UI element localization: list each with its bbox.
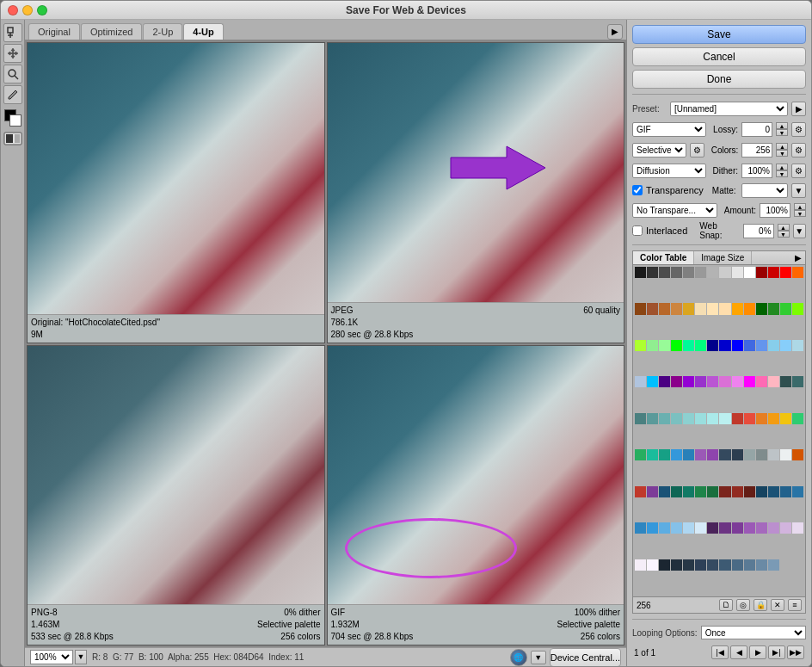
color-cell[interactable] xyxy=(635,449,646,460)
color-cell[interactable] xyxy=(683,267,694,278)
web-snap-input[interactable] xyxy=(743,224,774,238)
web-snap-up[interactable]: ▲ xyxy=(778,224,790,231)
ct-new-btn[interactable]: 🗋 xyxy=(719,599,733,611)
color-cell[interactable] xyxy=(732,340,743,351)
lossy-options-btn[interactable]: ⚙ xyxy=(791,122,806,137)
dither-input[interactable] xyxy=(741,164,772,178)
colors-options-btn[interactable]: ⚙ xyxy=(791,143,806,157)
color-cell[interactable] xyxy=(719,486,730,497)
maximize-button[interactable] xyxy=(37,5,47,15)
color-cell[interactable] xyxy=(707,413,718,424)
tab-color-table[interactable]: Color Table xyxy=(633,251,694,264)
color-cell[interactable] xyxy=(695,413,706,424)
color-cell[interactable] xyxy=(671,449,682,460)
color-cell[interactable] xyxy=(647,340,658,351)
palette-select[interactable]: Selective xyxy=(632,143,686,157)
color-cell[interactable] xyxy=(756,267,767,278)
color-cell[interactable] xyxy=(780,522,791,534)
ct-menu-btn[interactable]: ≡ xyxy=(788,599,802,611)
color-cell[interactable] xyxy=(671,486,682,497)
color-cell[interactable] xyxy=(671,559,682,571)
save-button[interactable]: Save xyxy=(632,25,806,44)
color-cell[interactable] xyxy=(707,376,718,387)
preset-menu-btn[interactable]: ▶ xyxy=(791,102,806,116)
globe-icon[interactable]: 🌐 xyxy=(510,649,527,666)
color-cell[interactable] xyxy=(780,413,791,424)
color-cell[interactable] xyxy=(768,522,779,534)
preview-toggle[interactable] xyxy=(3,132,22,147)
color-cell[interactable] xyxy=(683,559,694,571)
color-cell[interactable] xyxy=(659,340,670,351)
color-cell[interactable] xyxy=(707,303,718,314)
color-cell[interactable] xyxy=(780,303,791,314)
color-cell[interactable] xyxy=(792,522,803,534)
zoom-select[interactable]: 100% 50% 200% xyxy=(30,650,73,664)
color-cell[interactable] xyxy=(683,413,694,424)
color-cell[interactable] xyxy=(792,340,803,351)
minimize-button[interactable] xyxy=(22,5,33,15)
color-cell[interactable] xyxy=(671,340,682,351)
tab-2up[interactable]: 2-Up xyxy=(143,23,182,40)
format-select[interactable]: GIF xyxy=(632,122,706,137)
color-cell[interactable] xyxy=(671,376,682,387)
color-cell[interactable] xyxy=(683,522,694,534)
tab-4up[interactable]: 4-Up xyxy=(183,23,223,40)
color-cell[interactable] xyxy=(635,340,646,351)
color-cell[interactable] xyxy=(695,267,706,278)
cancel-button[interactable]: Cancel xyxy=(632,47,806,66)
color-cell[interactable] xyxy=(647,486,658,497)
color-cell[interactable] xyxy=(719,559,730,571)
color-cell[interactable] xyxy=(756,449,767,460)
color-cell[interactable] xyxy=(683,376,694,387)
web-snap-options-btn[interactable]: ▼ xyxy=(793,224,806,238)
arrow-down-btn[interactable]: ▼ xyxy=(531,651,546,664)
color-cell[interactable] xyxy=(707,267,718,278)
anim-play-btn[interactable]: ▶ xyxy=(749,645,766,659)
color-cell[interactable] xyxy=(635,376,646,387)
color-cell[interactable] xyxy=(671,413,682,424)
color-cell[interactable] xyxy=(647,559,658,571)
anim-prev-btn[interactable]: ◀ xyxy=(730,645,747,659)
eyedropper-tool[interactable] xyxy=(3,85,22,104)
color-cell[interactable] xyxy=(695,486,706,497)
lossy-input[interactable] xyxy=(741,122,772,137)
color-cell[interactable] xyxy=(647,303,658,314)
color-cell[interactable] xyxy=(635,303,646,314)
color-cell[interactable] xyxy=(744,340,755,351)
color-cell[interactable] xyxy=(780,376,791,387)
color-cell[interactable] xyxy=(756,303,767,314)
color-cell[interactable] xyxy=(671,303,682,314)
ct-lock-btn[interactable]: 🔒 xyxy=(754,599,767,611)
color-cell[interactable] xyxy=(756,559,767,571)
color-cell[interactable] xyxy=(768,376,779,387)
color-cell[interactable] xyxy=(707,340,718,351)
color-cell[interactable] xyxy=(707,449,718,460)
zoom-tool[interactable] xyxy=(3,65,22,83)
done-button[interactable]: Done xyxy=(632,70,806,89)
color-cell[interactable] xyxy=(732,449,743,460)
color-cell[interactable] xyxy=(647,376,658,387)
canvas-nav-button[interactable]: ▶ xyxy=(607,24,623,40)
color-cell[interactable] xyxy=(647,449,658,460)
color-cell[interactable] xyxy=(756,486,767,497)
color-cell[interactable] xyxy=(744,267,755,278)
color-cell[interactable] xyxy=(635,486,646,497)
color-cell[interactable] xyxy=(719,267,730,278)
color-cell[interactable] xyxy=(659,486,670,497)
color-cell[interactable] xyxy=(695,376,706,387)
ct-delete-btn[interactable]: ✕ xyxy=(771,599,784,611)
ct-select-btn[interactable]: ◎ xyxy=(736,599,750,611)
tab-original[interactable]: Original xyxy=(28,23,80,40)
color-cell[interactable] xyxy=(792,413,803,424)
color-cell[interactable] xyxy=(768,267,779,278)
dither-down[interactable]: ▼ xyxy=(776,170,788,177)
color-cell[interactable] xyxy=(635,559,646,571)
color-cell[interactable] xyxy=(719,522,730,534)
color-cell[interactable] xyxy=(659,267,670,278)
palette-options-btn[interactable]: ⚙ xyxy=(690,143,704,157)
color-cell[interactable] xyxy=(671,267,682,278)
color-cell[interactable] xyxy=(719,303,730,314)
color-cell[interactable] xyxy=(683,449,694,460)
color-cell[interactable] xyxy=(695,340,706,351)
move-tool[interactable] xyxy=(3,44,22,63)
